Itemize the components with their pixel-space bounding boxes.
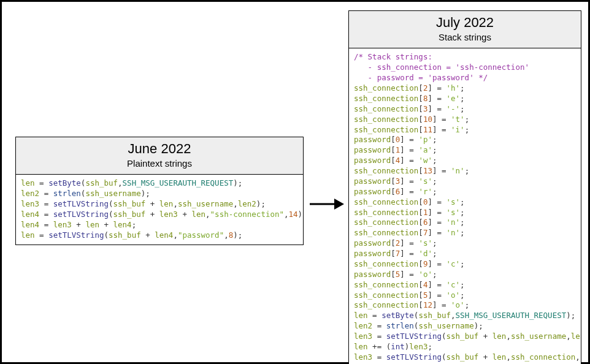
arrow-icon <box>308 192 345 216</box>
panel-june-2022: June 2022 Plaintext strings len = setByt… <box>15 137 304 245</box>
panel-header-left: June 2022 Plaintext strings <box>16 137 303 175</box>
panel-title-left: June 2022 <box>18 141 301 157</box>
code-block-right: /* Stack strings: - ssh_connection = 'ss… <box>349 48 581 364</box>
panel-july-2022: July 2022 Stack strings /* Stack strings… <box>348 10 581 364</box>
svg-marker-1 <box>334 199 344 210</box>
figure-canvas: June 2022 Plaintext strings len = setByt… <box>0 0 590 364</box>
panel-subtitle-right: Stack strings <box>351 32 578 43</box>
panel-header-right: July 2022 Stack strings <box>349 11 581 48</box>
code-block-left: len = setByte(ssh_buf,SSH_MSG_USERAUTH_R… <box>16 175 303 244</box>
panel-subtitle-left: Plaintext strings <box>18 158 301 169</box>
panel-title-right: July 2022 <box>351 15 578 31</box>
